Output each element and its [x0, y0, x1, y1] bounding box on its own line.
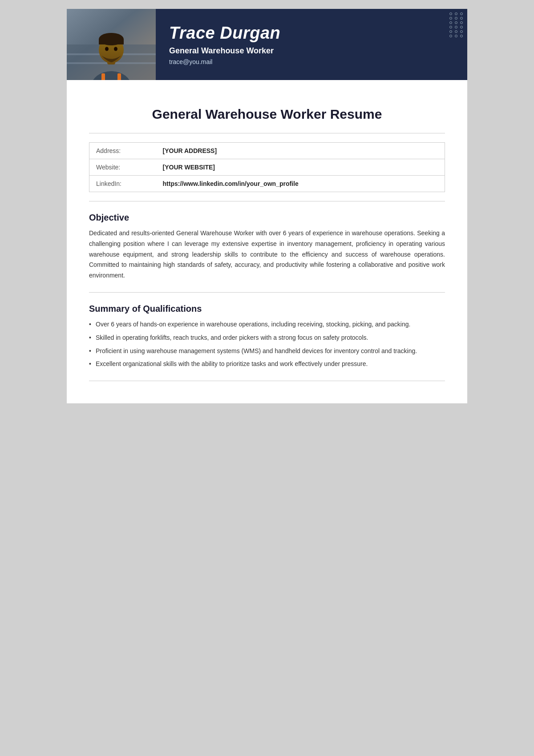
- dot: [449, 12, 452, 15]
- header-info: Trace Durgan General Warehouse Worker tr…: [156, 9, 467, 80]
- dot: [460, 21, 463, 24]
- contact-label: Website:: [89, 159, 156, 176]
- objective-title: Objective: [89, 213, 445, 223]
- candidate-email: trace@you.mail: [169, 58, 454, 65]
- objective-text: Dedicated and results-oriented General W…: [89, 228, 445, 281]
- contact-value: https://www.linkedin.com/in/your_own_pro…: [156, 176, 445, 192]
- dot: [460, 26, 463, 28]
- dot: [455, 17, 457, 20]
- dot: [455, 21, 457, 24]
- svg-point-11: [105, 47, 109, 51]
- dot: [449, 17, 452, 20]
- contact-value: [YOUR ADDRESS]: [156, 143, 445, 159]
- dot: [460, 35, 463, 37]
- dot: [449, 21, 452, 24]
- dots-decoration: [449, 12, 464, 37]
- table-row: Address: [YOUR ADDRESS]: [89, 143, 445, 159]
- resume-page: Trace Durgan General Warehouse Worker tr…: [67, 9, 467, 403]
- main-content: General Warehouse Worker Resume Address:…: [67, 80, 467, 403]
- dot: [460, 30, 463, 33]
- qualifications-list: Over 6 years of hands-on experience in w…: [89, 319, 445, 370]
- list-item: Proficient in using warehouse management…: [89, 346, 445, 357]
- dot: [449, 26, 452, 28]
- profile-photo: [67, 9, 156, 80]
- svg-rect-5: [101, 73, 105, 80]
- contact-label: Address:: [89, 143, 156, 159]
- svg-rect-10: [99, 39, 124, 44]
- dot: [449, 35, 452, 37]
- contact-table: Address: [YOUR ADDRESS] Website: [YOUR W…: [89, 142, 445, 192]
- list-item: Over 6 years of hands-on experience in w…: [89, 319, 445, 330]
- resume-title: General Warehouse Worker Resume: [89, 107, 445, 122]
- resume-header: Trace Durgan General Warehouse Worker tr…: [67, 9, 467, 80]
- divider-after-objective: [89, 292, 445, 293]
- objective-section: Objective Dedicated and results-oriented…: [89, 213, 445, 281]
- table-row: LinkedIn: https://www.linkedin.com/in/yo…: [89, 176, 445, 192]
- svg-rect-6: [117, 73, 121, 80]
- table-row: Website: [YOUR WEBSITE]: [89, 159, 445, 176]
- qualifications-section: Summary of Qualifications Over 6 years o…: [89, 304, 445, 370]
- dot: [455, 35, 457, 37]
- list-item: Skilled in operating forklifts, reach tr…: [89, 333, 445, 343]
- candidate-title: General Warehouse Worker: [169, 46, 454, 56]
- qualifications-title: Summary of Qualifications: [89, 304, 445, 314]
- list-item: Excellent organizational skills with the…: [89, 359, 445, 370]
- svg-point-12: [114, 47, 117, 51]
- dot: [460, 12, 463, 15]
- dot: [455, 30, 457, 33]
- dot: [449, 30, 452, 33]
- dot: [455, 12, 457, 15]
- contact-value: [YOUR WEBSITE]: [156, 159, 445, 176]
- divider-top: [89, 133, 445, 133]
- dot: [460, 17, 463, 20]
- dot: [455, 26, 457, 28]
- contact-label: LinkedIn:: [89, 176, 156, 192]
- divider-bottom: [89, 381, 445, 381]
- candidate-name: Trace Durgan: [169, 24, 454, 43]
- contact-section: Address: [YOUR ADDRESS] Website: [YOUR W…: [89, 142, 445, 192]
- divider-after-contact: [89, 201, 445, 201]
